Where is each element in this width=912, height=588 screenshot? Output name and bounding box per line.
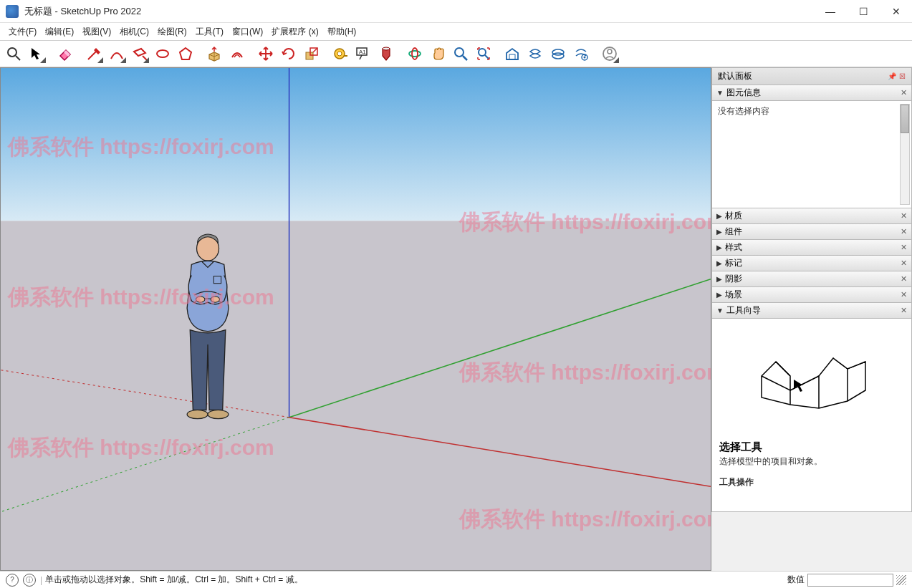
panel-styles-label: 样式	[725, 241, 742, 254]
main-toolbar: A1	[0, 40, 912, 67]
panel-instructor-label: 工具向导	[726, 304, 761, 317]
panel-scenes-header[interactable]: ▶ 场景 ✕	[711, 286, 912, 303]
collapse-icon: ▼	[716, 307, 724, 314]
scrollbar-thumb[interactable]	[901, 105, 909, 133]
ext-warehouse-tool[interactable]	[524, 43, 546, 64]
expand-icon: ▶	[716, 228, 722, 236]
panel-tags-label: 标记	[725, 257, 742, 269]
window-controls: — ☐ ✕	[820, 6, 906, 17]
orbit-tool[interactable]	[404, 43, 426, 64]
search-tool[interactable]	[3, 43, 24, 64]
warehouse-tool[interactable]	[501, 43, 523, 64]
panel-close-icon[interactable]: ✕	[901, 88, 907, 97]
scale-tool[interactable]	[301, 43, 322, 64]
arc-tool[interactable]	[106, 43, 128, 64]
menu-tools[interactable]: 工具(T)	[191, 24, 228, 40]
content-area: 佛系软件 https://foxirj.com 佛系软件 https://fox…	[0, 67, 912, 571]
panel-scenes-label: 场景	[725, 289, 742, 301]
resize-grip[interactable]	[896, 575, 906, 585]
panel-styles-header[interactable]: ▶ 样式 ✕	[711, 239, 912, 256]
svg-text:A1: A1	[359, 49, 366, 55]
scrollbar[interactable]	[900, 104, 910, 205]
pushpull-tool[interactable]	[203, 43, 225, 64]
panel-tags-header[interactable]: ▶ 标记 ✕	[711, 255, 912, 271]
move-tool[interactable]	[255, 43, 277, 64]
expand-icon: ▶	[716, 291, 722, 299]
text-tool[interactable]: A1	[352, 43, 374, 64]
panel-close-icon[interactable]: ✕	[901, 290, 907, 299]
rotate-tool[interactable]	[278, 43, 299, 64]
measure-input[interactable]	[807, 574, 893, 587]
svg-point-9	[383, 47, 390, 50]
paint-tool[interactable]	[375, 43, 397, 64]
svg-point-27	[211, 297, 219, 302]
panel-shadows-header[interactable]: ▶ 阴影 ✕	[711, 271, 912, 287]
line-tool[interactable]	[83, 43, 105, 64]
panel-entity-info-label: 图元信息	[726, 87, 761, 99]
close-button[interactable]: ✕	[886, 6, 906, 17]
menu-extensions[interactable]: 扩展程序 (x)	[267, 24, 322, 40]
menu-camera[interactable]: 相机(C)	[115, 24, 153, 40]
panel-entity-info-header[interactable]: ▼ 图元信息 ✕	[711, 85, 912, 101]
svg-point-6	[337, 52, 342, 56]
panel-components-header[interactable]: ▶ 组件 ✕	[711, 223, 912, 240]
app-icon	[6, 5, 19, 18]
measure-label: 数值	[787, 574, 805, 586]
svg-line-1	[16, 56, 20, 60]
panel-materials-header[interactable]: ▶ 材质 ✕	[711, 208, 912, 224]
circle-tool[interactable]	[152, 43, 173, 64]
svg-line-13	[463, 56, 467, 60]
user-tool[interactable]	[599, 43, 620, 64]
svg-point-11	[412, 48, 418, 59]
ext-manager-tool[interactable]	[570, 43, 592, 64]
credits-icon[interactable]: ⓘ	[23, 574, 36, 587]
tray-close-icon[interactable]: ☒	[899, 72, 906, 80]
menu-window[interactable]: 窗口(W)	[228, 24, 267, 40]
svg-point-29	[187, 410, 208, 418]
viewport-canvas	[1, 68, 711, 570]
offset-tool[interactable]	[226, 43, 248, 64]
rectangle-tool[interactable]	[129, 43, 150, 64]
layout-tool[interactable]	[547, 43, 569, 64]
tray-title: 默认面板	[718, 70, 752, 82]
menu-edit[interactable]: 编辑(E)	[41, 24, 78, 40]
zoom-extents-tool[interactable]	[473, 43, 494, 64]
menubar: 文件(F) 编辑(E) 视图(V) 相机(C) 绘图(R) 工具(T) 窗口(W…	[0, 23, 912, 40]
svg-point-22	[608, 49, 612, 54]
menu-draw[interactable]: 绘图(R)	[153, 24, 191, 40]
tray-title-bar[interactable]: 默认面板 📌☒	[711, 67, 912, 85]
geolocation-icon[interactable]: ?	[6, 574, 19, 587]
svg-point-20	[584, 57, 586, 59]
menu-view[interactable]: 视图(V)	[78, 24, 115, 40]
panel-instructor-header[interactable]: ▼ 工具向导 ✕	[711, 302, 912, 319]
panel-components-label: 组件	[725, 226, 742, 238]
panel-close-icon[interactable]: ✕	[901, 274, 907, 284]
3d-viewport[interactable]: 佛系软件 https://foxirj.com 佛系软件 https://fox…	[0, 67, 711, 571]
svg-rect-3	[306, 52, 313, 59]
panel-close-icon[interactable]: ✕	[901, 211, 907, 221]
expand-icon: ▶	[716, 212, 722, 220]
panel-materials-label: 材质	[725, 210, 742, 222]
expand-icon: ▶	[716, 275, 722, 283]
minimize-button[interactable]: —	[820, 6, 840, 17]
panel-close-icon[interactable]: ✕	[901, 306, 907, 315]
panel-close-icon[interactable]: ✕	[901, 227, 907, 236]
select-tool[interactable]	[26, 43, 47, 64]
titlebar: 无标题 - SketchUp Pro 2022 — ☐ ✕	[0, 0, 912, 23]
tray-pin-icon[interactable]: 📌	[888, 72, 896, 80]
instructor-illustration	[740, 340, 883, 419]
polygon-tool[interactable]	[175, 43, 196, 64]
panel-shadows-label: 阴影	[725, 273, 742, 285]
maximize-button[interactable]: ☐	[853, 6, 873, 17]
eraser-tool[interactable]	[54, 43, 76, 64]
panel-entity-info-body: 没有选择内容	[711, 101, 912, 208]
tape-tool[interactable]	[330, 43, 351, 64]
panel-close-icon[interactable]: ✕	[901, 259, 907, 268]
menu-file[interactable]: 文件(F)	[4, 24, 41, 40]
pan-tool[interactable]	[427, 43, 448, 64]
panel-close-icon[interactable]: ✕	[901, 243, 907, 252]
zoom-tool[interactable]	[450, 43, 471, 64]
window-title: 无标题 - SketchUp Pro 2022	[24, 5, 820, 18]
svg-point-14	[479, 49, 486, 56]
menu-help[interactable]: 帮助(H)	[323, 24, 361, 40]
